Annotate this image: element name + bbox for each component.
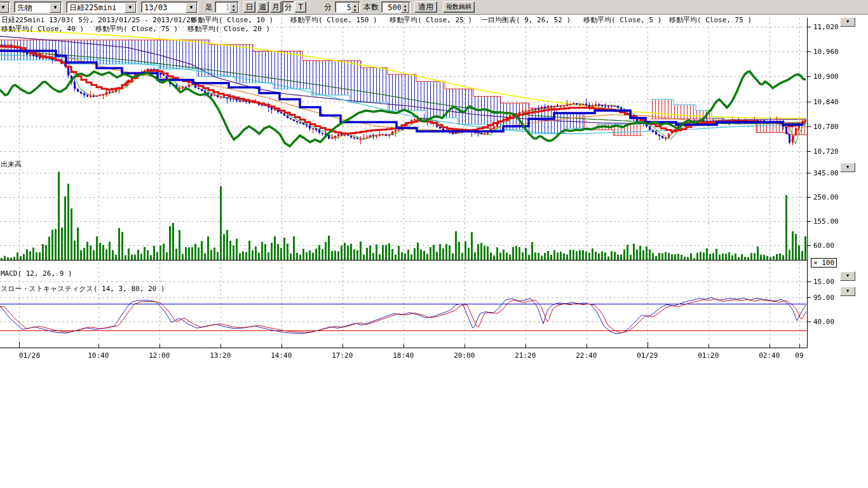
legend-item: 移動平均( Close, 75 ) [95,25,178,33]
contract-month-combo-value: 13/03 [144,3,167,13]
legend-item: 移動平均( Close, 150 ) [290,16,377,24]
volume-axis-tick-label: 345.00 [813,169,839,177]
chevron-down-icon[interactable]: ▼ [125,3,136,13]
stoch-panel-menu-button[interactable]: ▼ [840,287,855,296]
bar-type-label: 足 [205,1,213,13]
macd-panel-label: MACD( 12, 26, 9 ) [1,269,72,278]
price-axis-tick-label: 10,780 [813,123,839,131]
price-panel-menu-button[interactable]: ▼ [840,17,855,27]
volume-axis-tick-label: 155.00 [813,217,839,226]
apply-button[interactable]: 適用 [414,1,437,13]
symbol-combo[interactable]: 日経225mini ▼ [66,1,137,13]
period-button-3[interactable]: 月 [270,1,281,13]
legend-item: 一目均衡表( 9, 26, 52 ) [481,16,571,24]
legend-item: 移動平均( Close, 20 ) [187,25,270,33]
legend-item: 移動平均( Close, 40 ) [1,25,84,33]
time-axis-tick-label: 01/29 [637,351,658,360]
bar-count-spinner[interactable]: 500 ▲▼ [381,1,410,13]
minute-spinner[interactable]: 5 ▲▼ [335,1,360,13]
macd-panel-menu-button[interactable]: ▼ [840,271,855,281]
time-axis-tick-label: 13:20 [210,351,231,360]
spinner-arrows-icon[interactable]: ▲▼ [401,3,409,13]
time-axis-tick-label: 14:40 [271,351,292,360]
chevron-down-icon[interactable]: ▼ [0,3,9,13]
spinner-arrows-icon[interactable]: ▲▼ [351,3,359,13]
time-axis-tick-label: 21:20 [515,351,536,360]
price-axis-tick-label: 10,840 [813,98,839,106]
time-axis-tick-label: 12:00 [149,351,170,360]
price-axis-tick-label: 10,960 [813,48,839,56]
chevron-down-icon[interactable]: ▼ [186,3,197,13]
time-axis-tick-label: 20:00 [454,351,475,360]
chevron-down-icon[interactable]: ▼ [50,3,61,13]
stochastics-panel-label: スロー・ストキャスティクス( 14, 3, 80, 20 ) [1,285,165,293]
chart-application-window: ▼ 先物 ▼ 日経225mini ▼ 13/03 ▼ 足 1 ▲▼ 日週月分T … [0,0,868,488]
price-axis-tick-label: 11,020 [813,23,839,31]
contract-month-combo[interactable]: 13/03 ▼ [141,1,198,13]
time-axis-tick-label: 09 [795,351,803,360]
edge-combo[interactable]: ▼ [0,1,10,13]
price-axis-tick-label: 10,900 [813,72,839,81]
period-button-4[interactable]: 分 [282,1,294,13]
category-combo[interactable]: 先物 ▼ [14,1,62,13]
category-combo-value: 先物 [17,3,32,13]
volume-panel-label: 出来高 [1,160,22,168]
time-axis-tick-label: 01:20 [698,351,719,360]
time-axis-tick-label: 02:40 [759,351,780,360]
price-axis-tick-label: 10,720 [813,147,839,156]
legend-item: 移動平均( Close, 5 ) [583,16,661,24]
period-button-2[interactable]: 週 [257,1,269,13]
bar-count-spinner-value: 500 [388,3,402,13]
time-axis-tick-label: 01/28 [19,351,40,360]
volume-multiplier-badge: × 100 [811,258,837,268]
spinner-arrows-icon[interactable]: ▲▼ [229,3,238,13]
time-axis-tick-label: 22:40 [576,351,597,360]
toolbar: ▼ 先物 ▼ 日経225mini ▼ 13/03 ▼ 足 1 ▲▼ 日週月分T … [0,0,868,15]
macd-axis-tick-label: 15.00 [813,278,834,286]
time-axis-tick-label: 18:40 [393,351,414,360]
chart-canvas[interactable] [0,0,868,488]
minute-label: 分 [324,1,332,13]
volume-axis-tick-label: 60.00 [813,241,834,250]
stoch-axis-tick-label: 40.00 [813,318,834,326]
period-button-1[interactable]: 日 [243,1,255,13]
volume-axis-tick-label: 250.00 [813,193,839,201]
legend-item: 移動平均( Close, 10 ) [191,16,273,24]
bar-interval-spinner[interactable]: 1 ▲▼ [215,1,239,13]
legend-item: 移動平均( Close, 25 ) [390,16,472,24]
symbol-combo-value: 日経225mini [69,3,117,13]
bar-count-label: 本数 [363,1,379,13]
volume-panel-menu-button[interactable]: ▼ [840,163,855,172]
time-axis-tick-label: 10:40 [88,351,109,360]
multi-symbol-button[interactable]: 複数銘柄 [443,1,475,13]
time-axis-tick-label: 17:20 [332,351,353,360]
legend-item: 日経225mini 13/03( 5分, 2013/01/25 - 2013/0… [1,16,203,24]
legend-item: 移動平均( Close, 75 ) [669,16,752,24]
stoch-axis-tick-label: 95.00 [813,294,834,302]
period-button-5[interactable]: T [295,1,306,13]
